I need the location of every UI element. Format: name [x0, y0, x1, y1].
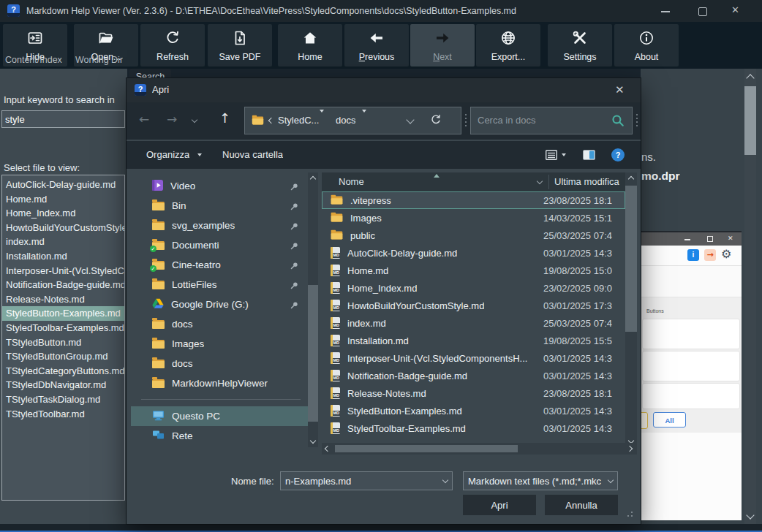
crumb-dropdown-icon[interactable]	[320, 110, 324, 113]
file-row[interactable]: MD index.md 25/03/2025 07:4	[322, 314, 625, 332]
scrollbar-thumb[interactable]	[625, 186, 637, 332]
list-item[interactable]: Release-Notes.md	[2, 292, 124, 307]
up-button[interactable]: ↑	[219, 110, 230, 126]
breadcrumb-segment[interactable]: docs	[336, 115, 355, 126]
settings-button[interactable]: Settings	[548, 24, 612, 66]
scroll-left-arrow[interactable]	[325, 446, 331, 452]
back-button[interactable]: ←	[139, 112, 149, 126]
file-row[interactable]: MD Home.md 19/08/2025 15:0	[322, 262, 625, 279]
column-filter-chevron[interactable]	[537, 178, 543, 184]
close-button[interactable]: ✕	[731, 4, 753, 22]
column-header-modified[interactable]: Ultima modifica	[554, 176, 624, 187]
list-item[interactable]: Home.md	[2, 192, 124, 207]
list-item[interactable]: Installation.md	[2, 249, 124, 264]
file-row[interactable]: MD AutoClick-Delay-guide.md 03/01/2025 1…	[322, 244, 625, 262]
organize-dropdown-icon[interactable]	[197, 153, 202, 156]
list-item[interactable]: TStyledButton.md	[2, 335, 124, 350]
breadcrumb-segment[interactable]: StyledC...	[278, 115, 319, 126]
list-item[interactable]: Home_Index.md	[2, 206, 124, 221]
resize-grip[interactable]	[631, 515, 633, 517]
view-mode-icon[interactable]	[546, 150, 557, 163]
save-pdf-button[interactable]: Save PDF	[208, 24, 272, 66]
list-item[interactable]: index.md	[2, 235, 124, 249]
previous-button[interactable]: Previous	[344, 24, 409, 66]
file-row[interactable]: public 25/03/2025 07:4	[322, 227, 625, 244]
minimize-button[interactable]	[655, 0, 676, 22]
maximize-button[interactable]	[691, 0, 713, 22]
tree-item-folder[interactable]: svg_examples	[131, 216, 308, 235]
file-row[interactable]: MD Release-Notes.md 23/08/2025 18:1	[322, 384, 625, 402]
tree-item-folder[interactable]: docs	[131, 354, 308, 373]
tree-item-network[interactable]: Rete	[131, 426, 308, 446]
chevron-down-icon[interactable]	[608, 476, 614, 482]
scrollbar-thumb[interactable]	[308, 285, 318, 422]
tree-item-folder[interactable]: Images	[131, 334, 308, 354]
filename-combobox[interactable]: n-Examples.md	[280, 471, 453, 490]
chevron-down-icon[interactable]	[442, 476, 448, 482]
column-header-name[interactable]: Nome	[339, 176, 364, 187]
tree-item-folder[interactable]: Bin	[131, 196, 308, 216]
list-item[interactable]: StyledToolbar-Examples.md	[2, 321, 124, 335]
scroll-right-arrow[interactable]	[627, 446, 633, 452]
list-item[interactable]: TStyledToolbar.md	[2, 407, 124, 422]
keyword-search-input[interactable]	[1, 110, 125, 128]
horizontal-scrollbar[interactable]	[322, 443, 637, 455]
new-folder-button[interactable]: Nuova cartella	[222, 149, 283, 160]
column-divider[interactable]	[548, 175, 549, 189]
file-row[interactable]: Images 14/03/2025 15:1	[322, 209, 625, 227]
list-item-selected[interactable]: StyledButton-Examples.md	[2, 306, 124, 321]
scroll-up-arrow[interactable]	[310, 176, 316, 182]
refresh-address-icon[interactable]	[429, 113, 442, 129]
main-scrollbar[interactable]	[744, 69, 756, 524]
scroll-up-arrow[interactable]	[746, 74, 754, 82]
scrollbar-thumb[interactable]	[744, 86, 756, 155]
address-bar[interactable]: StyledC... docs	[244, 107, 461, 134]
file-row[interactable]: MD StyledButton-Examples.md 03/01/2025 1…	[322, 402, 625, 419]
tree-item-folder[interactable]: docs	[131, 314, 308, 334]
dialog-close-button[interactable]: ✕	[615, 83, 625, 96]
list-item[interactable]: HowtoBuildYourCustomStyle.md	[2, 221, 124, 235]
export-button[interactable]: Export...	[476, 24, 540, 66]
tree-item-this-pc[interactable]: Questo PC	[131, 406, 308, 426]
home-button[interactable]: Home	[278, 24, 342, 66]
tree-scrollbar[interactable]	[308, 172, 318, 447]
file-row[interactable]: MD Installation.md 19/08/2025 15:5	[322, 332, 625, 349]
tab-working-dir[interactable]: Working Dir	[75, 55, 123, 65]
scroll-down-arrow[interactable]	[746, 511, 754, 519]
address-dropdown-chevron[interactable]	[406, 115, 414, 123]
search-icon[interactable]	[611, 114, 625, 130]
filetype-combobox[interactable]: Markdown text files (*.md;*.mkc	[463, 471, 618, 490]
cancel-button[interactable]: Annulla	[545, 495, 618, 515]
scroll-up-arrow[interactable]	[628, 176, 634, 182]
list-item[interactable]: AutoClick-Delay-guide.md	[2, 178, 124, 192]
file-row-selected[interactable]: .vitepress 23/08/2025 18:1	[322, 191, 625, 209]
tree-item-folder[interactable]: MarkdownHelpViewer	[131, 373, 308, 393]
list-item[interactable]: TStyledCategoryButtons.md	[2, 364, 124, 379]
recent-locations-chevron[interactable]	[192, 117, 197, 123]
list-item[interactable]: TStyledTaskDialog.md	[2, 392, 124, 407]
organize-menu[interactable]: Organizza	[146, 149, 189, 160]
list-item[interactable]: TStyledDbNavigator.md	[2, 378, 124, 392]
preview-pane-icon[interactable]	[583, 150, 595, 163]
file-row[interactable]: MD HowtoBuildYourCustomStyle.md 03/01/20…	[322, 297, 625, 314]
help-icon[interactable]: ?	[611, 148, 625, 162]
crumb-dropdown-icon[interactable]	[362, 110, 366, 113]
tree-item-synced-folder[interactable]: ✓ Documenti	[131, 235, 308, 255]
scroll-down-arrow[interactable]	[310, 438, 316, 444]
forward-button[interactable]: →	[167, 112, 177, 126]
tree-item-video[interactable]: Video	[131, 176, 308, 196]
file-row[interactable]: MD Interposer-Unit-(Vcl.StyledComponents…	[322, 349, 625, 367]
file-list-scrollbar[interactable]	[625, 172, 637, 447]
list-item[interactable]: Notification-Badge-guide.md	[2, 278, 124, 292]
file-row[interactable]: MD Notification-Badge-guide.md 03/01/202…	[322, 367, 625, 384]
list-item[interactable]: Interposer-Unit-(Vcl.StyledComponentsH	[2, 264, 124, 278]
tree-item-google-drive[interactable]: Google Drive (G:)	[131, 294, 308, 314]
about-button[interactable]: About	[614, 24, 679, 66]
file-row[interactable]: MD Home_Index.md 23/02/2025 09:0	[322, 279, 625, 297]
crumb-overflow-chevron[interactable]	[268, 118, 274, 123]
refresh-button[interactable]: Refresh	[140, 24, 205, 66]
scrollbar-thumb[interactable]	[335, 445, 518, 452]
open-confirm-button[interactable]: Apri	[463, 495, 536, 515]
file-row[interactable]: MD StyledToolbar-Examples.md 03/01/2025 …	[322, 419, 625, 437]
view-mode-dropdown-icon[interactable]	[562, 153, 566, 156]
